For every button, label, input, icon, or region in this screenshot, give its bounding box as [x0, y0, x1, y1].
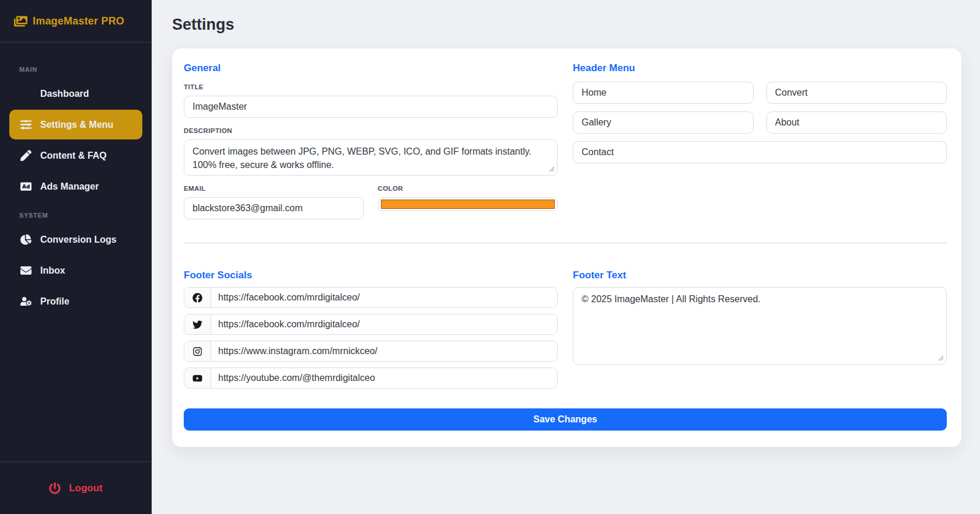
- title-label: TITLE: [184, 83, 558, 90]
- footer-text-section: Footer Text: [573, 270, 947, 365]
- main-content: Settings General TITLE DESCRIPTION EMA: [152, 0, 980, 514]
- menu-item-input-convert[interactable]: [766, 82, 947, 104]
- save-changes-button[interactable]: Save Changes: [184, 408, 947, 431]
- sidebar-item-dashboard[interactable]: Dashboard: [9, 79, 142, 109]
- menu-item-input-home[interactable]: [573, 82, 754, 104]
- sidebar-item-label: Dashboard: [40, 89, 89, 99]
- app-window: ImageMaster PRO MAIN Dashboard Settings …: [0, 0, 980, 514]
- sidebar-item-conversion-logs[interactable]: Conversion Logs: [9, 225, 142, 254]
- color-label: COLOR: [378, 185, 558, 192]
- sidebar: ImageMaster PRO MAIN Dashboard Settings …: [0, 0, 152, 514]
- twitter-url-input[interactable]: [211, 314, 557, 334]
- user-gear-icon: [19, 296, 33, 307]
- social-row-facebook: [184, 287, 558, 308]
- general-section: General TITLE DESCRIPTION EMAIL: [184, 62, 558, 219]
- youtube-icon: [184, 368, 211, 388]
- footer-text-textarea[interactable]: [573, 287, 947, 365]
- logout-button[interactable]: Logout: [0, 461, 152, 514]
- images-icon: [14, 15, 27, 28]
- twitter-icon: [184, 314, 211, 334]
- email-input[interactable]: [184, 197, 364, 219]
- color-field-group: COLOR: [378, 176, 558, 211]
- title-input[interactable]: [184, 96, 558, 118]
- youtube-url-input[interactable]: [211, 368, 557, 388]
- header-menu-heading: Header Menu: [573, 62, 947, 74]
- section-divider: [184, 243, 947, 243]
- sliders-icon: [19, 119, 33, 130]
- footer-socials-section: Footer Socials: [184, 270, 558, 389]
- footer-socials-heading: Footer Socials: [184, 270, 558, 281]
- description-textarea[interactable]: [184, 139, 558, 176]
- pen-icon: [19, 150, 33, 161]
- sidebar-item-label: Profile: [40, 296, 69, 307]
- ad-icon: [19, 181, 33, 192]
- sidebar-item-content-faq[interactable]: Content & FAQ: [9, 141, 142, 170]
- email-field-group: EMAIL: [184, 176, 364, 219]
- header-menu-section: Header Menu: [573, 62, 947, 163]
- sidebar-item-profile[interactable]: Profile: [9, 286, 142, 316]
- menu-item-input-gallery[interactable]: [573, 111, 754, 134]
- nav-section-system: SYSTEM: [19, 212, 152, 219]
- footer-text-heading: Footer Text: [573, 270, 947, 281]
- description-label: DESCRIPTION: [184, 127, 558, 134]
- sidebar-nav: MAIN Dashboard Settings & Menu Content &…: [0, 43, 152, 461]
- envelope-icon: [19, 265, 33, 276]
- sidebar-item-label: Settings & Menu: [40, 120, 113, 130]
- menu-item-input-about[interactable]: [766, 111, 947, 134]
- sidebar-item-settings-menu[interactable]: Settings & Menu: [9, 110, 142, 139]
- sidebar-item-inbox[interactable]: Inbox: [9, 256, 142, 285]
- menu-item-input-contact[interactable]: [573, 141, 947, 163]
- sidebar-item-ads-manager[interactable]: Ads Manager: [9, 172, 142, 201]
- social-row-youtube: [184, 368, 558, 389]
- sidebar-item-label: Ads Manager: [40, 181, 99, 192]
- sidebar-item-label: Content & FAQ: [40, 151, 107, 161]
- power-icon: [49, 482, 61, 494]
- page-title: Settings: [172, 16, 961, 34]
- email-label: EMAIL: [184, 185, 364, 192]
- settings-card: General TITLE DESCRIPTION EMAIL: [172, 48, 961, 447]
- instagram-icon: [184, 341, 211, 361]
- facebook-url-input[interactable]: [211, 288, 557, 307]
- nav-section-main: MAIN: [19, 66, 152, 73]
- logout-label: Logout: [69, 482, 103, 494]
- pie-chart-icon: [19, 234, 33, 245]
- instagram-url-input[interactable]: [211, 341, 557, 361]
- sidebar-item-label: Inbox: [40, 265, 65, 276]
- color-swatch: [381, 200, 555, 209]
- social-row-twitter: [184, 314, 558, 335]
- sidebar-item-label: Conversion Logs: [40, 235, 117, 245]
- social-row-instagram: [184, 341, 558, 362]
- general-heading: General: [184, 62, 558, 74]
- color-input[interactable]: [378, 197, 558, 211]
- brand-title: ImageMaster PRO: [33, 15, 124, 27]
- brand: ImageMaster PRO: [0, 0, 152, 43]
- facebook-icon: [184, 288, 211, 307]
